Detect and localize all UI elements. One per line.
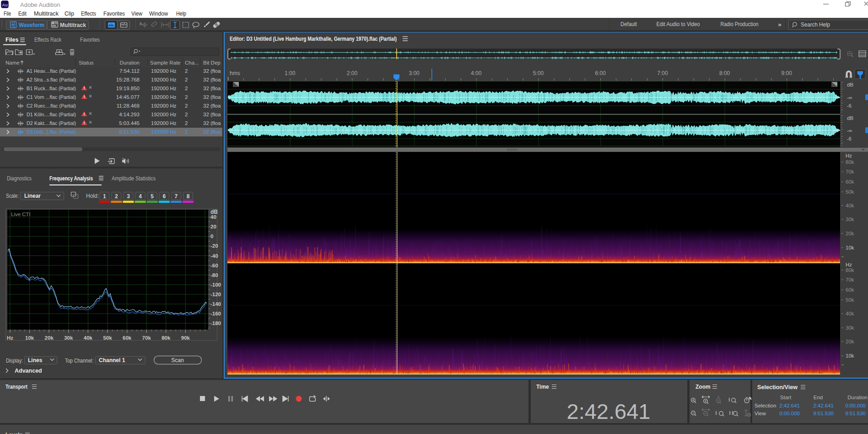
- svg-text:30k: 30k: [846, 217, 854, 222]
- svg-text:9:51.530: 9:51.530: [813, 411, 834, 416]
- svg-text:11:28.469: 11:28.469: [117, 103, 140, 108]
- svg-text:»: »: [778, 21, 781, 28]
- svg-text:80k: 80k: [846, 159, 854, 165]
- svg-text:192000 Hz: 192000 Hz: [151, 129, 177, 135]
- svg-text:Top Channel:: Top Channel:: [65, 358, 93, 364]
- svg-text:32 (floa: 32 (floa: [203, 120, 221, 126]
- svg-text:15:28.768: 15:28.768: [116, 77, 140, 82]
- svg-text:0:00.000: 0:00.000: [779, 411, 800, 416]
- svg-text:-40: -40: [210, 253, 218, 259]
- svg-text:Advanced: Advanced: [15, 368, 42, 374]
- svg-text:dB: dB: [847, 82, 853, 87]
- svg-text:Effects Rack: Effects Rack: [34, 37, 62, 43]
- svg-text:90k: 90k: [181, 335, 190, 341]
- svg-text:Time: Time: [536, 384, 549, 390]
- svg-text:9:51.530: 9:51.530: [845, 411, 866, 416]
- svg-text:-180: -180: [210, 320, 221, 326]
- svg-text:Transport: Transport: [5, 384, 27, 390]
- svg-text:Cha...: Cha...: [185, 60, 199, 65]
- svg-text:19:19.850: 19:19.850: [116, 86, 140, 91]
- svg-text:Scan: Scan: [171, 357, 183, 363]
- svg-text:Selection: Selection: [755, 403, 776, 408]
- svg-text:70k: 70k: [846, 277, 854, 282]
- svg-text:80k: 80k: [162, 335, 171, 341]
- svg-text:5:03.445: 5:03.445: [119, 120, 140, 126]
- svg-text:-80: -80: [210, 272, 218, 278]
- svg-text:2: 2: [185, 68, 188, 74]
- svg-text:9:51.530: 9:51.530: [119, 129, 140, 135]
- svg-text:Effects: Effects: [81, 11, 96, 17]
- svg-text:32 (floa: 32 (floa: [203, 86, 221, 91]
- svg-text:20k: 20k: [846, 231, 854, 236]
- svg-text:32 (floa: 32 (floa: [203, 112, 221, 117]
- svg-text:50k: 50k: [103, 335, 112, 341]
- svg-text:Linear: Linear: [24, 193, 41, 199]
- svg-text:Duration: Duration: [120, 60, 140, 65]
- svg-text:A1 Heav....flac (Partial): A1 Heav....flac (Partial): [27, 68, 76, 74]
- svg-text:192000 Hz: 192000 Hz: [151, 94, 177, 100]
- svg-text:192000 Hz: 192000 Hz: [151, 77, 177, 82]
- svg-text:End: End: [814, 395, 823, 400]
- svg-text:Scale:: Scale:: [6, 193, 19, 199]
- svg-text:30k: 30k: [64, 335, 73, 341]
- svg-text:View: View: [755, 411, 766, 416]
- svg-text:dB: dB: [847, 115, 853, 121]
- svg-text:Favorites: Favorites: [103, 11, 125, 17]
- svg-text:3:00: 3:00: [409, 70, 420, 76]
- svg-text:60k: 60k: [846, 287, 854, 293]
- svg-text:192000 Hz: 192000 Hz: [151, 112, 177, 117]
- svg-text:6:00: 6:00: [595, 70, 606, 76]
- svg-text:7:54.112: 7:54.112: [119, 68, 140, 74]
- svg-text:10k: 10k: [846, 245, 854, 250]
- svg-text:5:00: 5:00: [533, 70, 544, 76]
- svg-text:4:00: 4:00: [471, 70, 482, 76]
- svg-text:80k: 80k: [846, 267, 854, 273]
- svg-text:7:00: 7:00: [657, 70, 668, 76]
- svg-text:10k: 10k: [25, 335, 34, 341]
- svg-text:-∞: -∞: [847, 128, 852, 133]
- svg-text:20k: 20k: [45, 335, 54, 341]
- svg-text:40k: 40k: [846, 311, 854, 316]
- svg-text:Frequency Analysis: Frequency Analysis: [49, 175, 93, 182]
- svg-text:Zoom: Zoom: [695, 384, 711, 390]
- svg-text:2: 2: [185, 94, 188, 100]
- svg-text:192000 Hz: 192000 Hz: [151, 103, 177, 108]
- svg-text:-6: -6: [847, 103, 852, 108]
- svg-text:40: 40: [210, 214, 216, 220]
- svg-text:-60: -60: [210, 263, 218, 268]
- svg-text:Multitrack: Multitrack: [60, 22, 86, 28]
- svg-text:Amplitude Statistics: Amplitude Statistics: [112, 175, 156, 182]
- svg-text:4: 4: [139, 193, 142, 200]
- svg-text:32 (floa: 32 (floa: [203, 94, 221, 100]
- svg-text:Sample Rate: Sample Rate: [150, 60, 180, 65]
- svg-text:50k: 50k: [846, 189, 854, 195]
- svg-text:2: 2: [185, 86, 188, 91]
- svg-text:Bit Dep: Bit Dep: [203, 60, 221, 65]
- svg-text:192000 Hz: 192000 Hz: [151, 120, 177, 126]
- svg-text:B1 Ruck...flac (Partial): B1 Ruck...flac (Partial): [27, 86, 76, 91]
- svg-text:30k: 30k: [846, 325, 854, 331]
- svg-text:Edit: Edit: [18, 11, 27, 17]
- svg-text:D1 Köln....flac (Partial): D1 Köln....flac (Partial): [27, 112, 76, 117]
- svg-text:8: 8: [187, 193, 190, 200]
- svg-text:D2 Kakt....flac (Partial): D2 Kakt....flac (Partial): [27, 120, 76, 126]
- svg-text:2: 2: [185, 103, 188, 108]
- svg-text:-140: -140: [210, 301, 221, 307]
- svg-text:Hz: Hz: [846, 262, 852, 267]
- svg-text:Display:: Display:: [6, 358, 23, 364]
- svg-text:2:42.641: 2:42.641: [813, 403, 834, 408]
- svg-text:Edit Audio to Video: Edit Audio to Video: [657, 21, 700, 27]
- svg-text:8:00: 8:00: [719, 70, 730, 76]
- svg-text:hms: hms: [230, 70, 240, 76]
- svg-text:Multitrack: Multitrack: [34, 11, 59, 17]
- svg-text:2: 2: [185, 77, 188, 82]
- svg-text:Help: Help: [176, 11, 186, 17]
- svg-text:Diagnostics: Diagnostics: [7, 175, 32, 182]
- svg-text:1:00: 1:00: [285, 70, 296, 76]
- svg-text:Hold:: Hold:: [86, 193, 99, 199]
- svg-text:32 (floa: 32 (floa: [203, 129, 221, 135]
- svg-text:60k: 60k: [846, 179, 854, 184]
- svg-text:-6: -6: [847, 136, 852, 141]
- svg-text:60k: 60k: [123, 335, 132, 341]
- svg-text:-120: -120: [210, 292, 221, 297]
